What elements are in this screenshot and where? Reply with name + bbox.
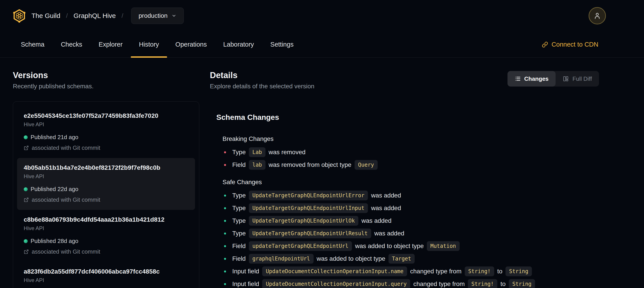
view-toggle: Changes Full Diff	[508, 71, 599, 87]
external-link-icon	[24, 197, 29, 202]
change-text: was added	[371, 205, 401, 212]
external-link-icon	[24, 145, 29, 150]
version-service: Hive API	[24, 277, 188, 283]
git-commit-link[interactable]: associated with Git commit	[24, 196, 188, 203]
git-commit-link[interactable]: associated with Git commit	[24, 248, 188, 255]
version-service: Hive API	[24, 173, 188, 179]
primary-nav: SchemaChecksExplorerHistoryOperationsLab…	[0, 32, 644, 58]
versions-panel: Versions Recently published schemas. e2e…	[13, 71, 199, 288]
change-item: Input fieldUpdateDocumentCollectionOpera…	[222, 279, 644, 288]
published-text: Published 28d ago	[30, 238, 78, 244]
versions-subtitle: Recently published schemas.	[13, 83, 199, 90]
code-chip: String!	[465, 266, 494, 276]
details-header: Details Explore details of the selected …	[210, 71, 644, 90]
breaking-changes-heading: Breaking Changes	[222, 135, 644, 142]
version-service: Hive API	[24, 225, 188, 231]
code-chip: updateTargetGraphQLEndpointUrl	[249, 241, 352, 251]
code-chip: Target	[388, 254, 415, 263]
tab-laboratory[interactable]: Laboratory	[215, 32, 262, 58]
link-icon	[542, 42, 548, 48]
bullet-icon	[224, 283, 226, 285]
change-item: Fieldlabwas removed from object typeQuer…	[222, 160, 644, 170]
change-text: was added	[374, 230, 404, 237]
hive-logo[interactable]	[13, 9, 26, 23]
version-service: Hive API	[24, 121, 188, 128]
change-text: Input field	[232, 280, 259, 287]
target-select[interactable]: production	[131, 8, 184, 24]
change-text: Type	[232, 217, 246, 224]
change-text: Field	[232, 255, 246, 262]
change-text: was removed	[268, 149, 306, 156]
bullet-icon	[224, 220, 226, 222]
change-text: changed type from	[413, 280, 465, 287]
code-chip: UpdateTargetGraphQLEndpointUrlError	[249, 191, 368, 200]
change-text: Type	[232, 205, 246, 212]
brand-row: The Guild / GraphQL Hive / production	[0, 0, 644, 32]
change-text: to	[497, 268, 502, 275]
connect-to-cdn-link[interactable]: Connect to CDN	[542, 41, 598, 48]
change-item: FieldgraphqlEndpointUrlwas added to obje…	[222, 254, 644, 263]
external-link-icon	[24, 249, 29, 254]
change-text: was added to object type	[355, 242, 424, 250]
change-text: Input field	[232, 268, 259, 275]
change-item: TypeUpdateTargetGraphQLEndpointUrlErrorw…	[222, 191, 644, 200]
published-status-dot	[24, 135, 28, 139]
bullet-icon	[224, 195, 226, 197]
tab-settings[interactable]: Settings	[262, 32, 302, 58]
versions-list: e2e55045345ce13fe07f52a77459b83fa3fe7020…	[13, 101, 199, 288]
bullet-icon	[224, 258, 226, 260]
bullet-icon	[224, 232, 226, 234]
columns-icon	[563, 76, 569, 82]
change-text: Field	[232, 242, 246, 250]
change-text: was added to object type	[317, 255, 386, 262]
list-icon	[514, 76, 521, 82]
published-status-dot	[24, 239, 28, 243]
git-commit-text: associated with Git commit	[32, 144, 100, 151]
tab-history[interactable]: History	[131, 32, 167, 58]
version-status: Published 21d ago	[24, 134, 188, 141]
change-text: to	[500, 280, 506, 287]
change-text: Type	[232, 192, 246, 199]
code-chip: Query	[354, 160, 378, 170]
schema-changes-section: Schema Changes Breaking Changes TypeLabw…	[216, 113, 644, 288]
published-status-dot	[24, 187, 28, 191]
version-item[interactable]: c8b6e88a06793b9c4dfd54aaa21b36a1b421d812…	[17, 210, 195, 262]
details-panel: Details Explore details of the selected …	[210, 71, 644, 288]
org-link[interactable]: The Guild	[32, 12, 60, 20]
change-text: Field	[232, 161, 246, 168]
code-chip: UpdateTargetGraphQLEndpointUrlOk	[249, 216, 358, 226]
code-chip: lab	[249, 160, 266, 170]
tab-operations[interactable]: Operations	[167, 32, 215, 58]
version-hash: e2e55045345ce13fe07f52a77459b83fa3fe7020	[24, 112, 188, 119]
change-item: Input fieldUpdateDocumentCollectionOpera…	[222, 266, 644, 276]
version-hash: c8b6e88a06793b9c4dfd54aaa21b36a1b421d812	[24, 216, 188, 223]
code-chip: String	[509, 279, 535, 288]
connect-to-cdn-label: Connect to CDN	[552, 41, 598, 48]
main-content: Versions Recently published schemas. e2e…	[0, 58, 644, 288]
version-item[interactable]: 4b05ab51b1b4a7e2e4b0ef82172f2b9f7ef98c0b…	[17, 158, 195, 210]
schema-changes-title: Schema Changes	[216, 113, 644, 122]
change-text: was added	[362, 217, 391, 224]
project-link[interactable]: GraphQL Hive	[74, 12, 116, 20]
change-text: Type	[232, 230, 246, 237]
tab-checks[interactable]: Checks	[52, 32, 90, 58]
git-commit-link[interactable]: associated with Git commit	[24, 144, 188, 151]
changes-toggle-button[interactable]: Changes	[508, 71, 556, 87]
code-chip: UpdateTargetGraphQLEndpointUrlInput	[249, 203, 368, 213]
tab-schema[interactable]: Schema	[13, 32, 52, 58]
code-chip: Lab	[249, 147, 266, 157]
details-subtitle: Explore details of the selected version	[210, 83, 314, 90]
change-item: TypeLabwas removed	[222, 147, 644, 157]
breadcrumb-separator: /	[122, 12, 124, 19]
version-hash: a823f6db2a55df877dcf406006abca97fcc4858c	[24, 268, 188, 275]
version-item[interactable]: e2e55045345ce13fe07f52a77459b83fa3fe7020…	[17, 106, 195, 158]
change-item: TypeUpdateTargetGraphQLEndpointUrlOkwas …	[222, 216, 644, 226]
version-item[interactable]: a823f6db2a55df877dcf406006abca97fcc4858c…	[17, 262, 195, 288]
user-menu-button[interactable]	[588, 7, 606, 25]
change-text: Type	[232, 149, 246, 156]
git-commit-text: associated with Git commit	[32, 196, 100, 203]
full-diff-toggle-button[interactable]: Full Diff	[556, 71, 599, 87]
bullet-icon	[224, 270, 226, 272]
tab-explorer[interactable]: Explorer	[90, 32, 131, 58]
version-hash: 4b05ab51b1b4a7e2e4b0ef82172f2b9f7ef98c0b	[24, 164, 188, 171]
